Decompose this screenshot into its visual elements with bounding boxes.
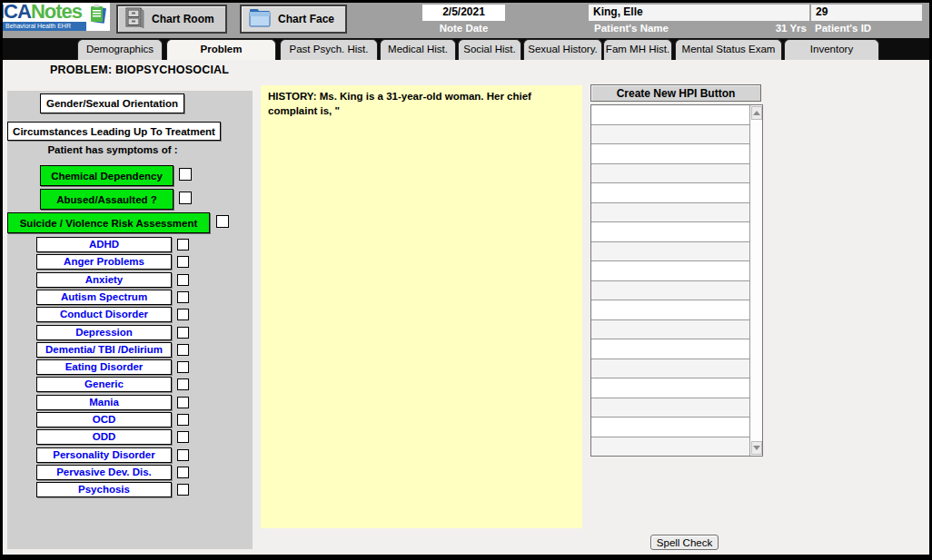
clipboard-icon <box>86 5 108 31</box>
symptom-checkbox[interactable] <box>177 327 189 339</box>
symptom-checkbox[interactable] <box>177 256 189 268</box>
create-new-hpi-button[interactable]: Create New HPI Button <box>590 84 761 102</box>
note-date-field[interactable]: 2/5/2021 <box>422 5 505 21</box>
symptom-button-anxiety[interactable]: Anxiety <box>36 272 172 288</box>
patient-id-field[interactable]: 29 <box>811 5 922 21</box>
symptom-button-personality-disorder[interactable]: Personality Disorder <box>36 447 172 463</box>
symptom-checkbox[interactable] <box>177 449 189 461</box>
hpi-list-row[interactable] <box>591 261 749 281</box>
suicide-violence-risk-checkbox[interactable] <box>216 215 229 228</box>
tab-social-hist[interactable]: Social Hist. <box>458 39 521 60</box>
scroll-up-icon[interactable] <box>751 106 762 120</box>
symptom-row: Mania <box>7 395 253 412</box>
symptom-row: Personality Disorder <box>7 447 253 465</box>
tab-fam-mh-hist[interactable]: Fam MH Hist. <box>603 39 672 60</box>
chart-face-button[interactable]: Chart Face <box>240 5 347 34</box>
hpi-list-row[interactable] <box>591 300 749 320</box>
symptom-button-depression[interactable]: Depression <box>36 325 172 340</box>
hpi-list-row[interactable] <box>591 320 749 340</box>
symptom-row: Anger Problems <box>7 254 253 271</box>
scroll-down-icon[interactable] <box>751 441 762 455</box>
hpi-scrollbar[interactable] <box>749 105 762 456</box>
hpi-list-row[interactable] <box>591 105 749 125</box>
symptom-row: Generic <box>7 377 253 394</box>
symptom-row: ODD <box>7 429 253 447</box>
symptom-row: Dementia/ TBI /Delirium <box>7 342 253 359</box>
history-note-textarea[interactable]: HISTORY: Ms. King is a 31-year-old woman… <box>261 85 582 528</box>
tab-problem[interactable]: Problem <box>166 39 276 60</box>
tab-past-psych-hist[interactable]: Past Psych. Hist. <box>280 39 378 60</box>
sidebar-panel: Gender/Sexual Orientation Circumstances … <box>7 91 253 549</box>
symptom-button-adhd[interactable]: ADHD <box>36 237 172 252</box>
symptom-checkbox[interactable] <box>177 397 189 408</box>
symptom-button-pervasive-dev-dis[interactable]: Pervasive Dev. Dis. <box>36 465 172 480</box>
hpi-list-row[interactable] <box>591 144 749 164</box>
tab-sexual-history[interactable]: Sexual History. <box>523 39 602 60</box>
symptom-row: Anxiety <box>7 272 253 290</box>
hpi-list-row[interactable] <box>591 222 749 242</box>
symptom-checkbox[interactable] <box>177 414 189 426</box>
symptom-checkbox[interactable] <box>177 309 189 320</box>
circumstances-leading-to-treatment-button[interactable]: Circumstances Leading Up To Treatment <box>7 122 221 141</box>
hpi-list-row[interactable] <box>591 418 749 437</box>
gender-sexual-orientation-button[interactable]: Gender/Sexual Orientation <box>40 93 184 113</box>
symptom-checkbox[interactable] <box>177 484 189 496</box>
logo-text-notes: Notes <box>31 3 82 23</box>
app-window: ICANotes Behavioral Health EHR <box>3 3 929 555</box>
top-bar: ICANotes Behavioral Health EHR <box>3 3 929 38</box>
hpi-listbox-rows <box>591 105 749 456</box>
symptom-row: Depression <box>7 325 253 342</box>
tab-demographics[interactable]: Demographics <box>77 39 163 60</box>
symptom-checkbox[interactable] <box>177 378 189 390</box>
hpi-list-row[interactable] <box>591 359 749 379</box>
symptom-row: OCD <box>7 412 253 429</box>
symptom-button-odd[interactable]: ODD <box>36 429 172 445</box>
hpi-list-row[interactable] <box>591 242 749 262</box>
spell-check-button[interactable]: Spell Check <box>650 535 719 550</box>
symptom-button-eating-disorder[interactable]: Eating Disorder <box>36 359 172 375</box>
symptom-checkbox[interactable] <box>177 291 189 303</box>
chemical-dependency-checkbox[interactable] <box>179 168 192 181</box>
hpi-list-row[interactable] <box>591 203 749 223</box>
hpi-list-row[interactable] <box>591 398 749 418</box>
symptom-checkbox[interactable] <box>177 361 189 373</box>
suicide-violence-risk-button[interactable]: Suicide / Violence Risk Assessment <box>7 212 210 233</box>
chart-room-label: Chart Room <box>152 13 214 25</box>
symptom-button-autism-spectrum[interactable]: Autism Spectrum <box>36 290 172 305</box>
abused-assaulted-checkbox[interactable] <box>179 192 192 204</box>
patient-name-field[interactable]: King, Elle <box>589 5 809 21</box>
logo-text-ica: ICA <box>3 3 31 23</box>
note-date-label: Note Date <box>422 23 505 34</box>
symptom-button-mania[interactable]: Mania <box>36 395 172 410</box>
chart-face-label: Chart Face <box>278 13 334 25</box>
symptom-checkbox[interactable] <box>177 239 189 251</box>
hpi-list-row[interactable] <box>591 183 749 203</box>
icanotes-logo: ICANotes Behavioral Health EHR <box>3 3 110 31</box>
symptom-row: ADHD <box>7 237 253 254</box>
abused-assaulted-button[interactable]: Abused/Assaulted ? <box>40 189 174 210</box>
symptom-checkbox[interactable] <box>177 467 189 478</box>
tab-medical-hist[interactable]: Medical Hist. <box>380 39 456 60</box>
hpi-list-row[interactable] <box>591 378 749 398</box>
symptom-checkbox[interactable] <box>177 274 189 286</box>
symptom-button-dementia-tbi-delirium[interactable]: Dementia/ TBI /Delirium <box>36 342 172 358</box>
symptom-button-generic[interactable]: Generic <box>36 377 172 392</box>
symptom-row: Psychosis <box>7 482 253 499</box>
chemical-dependency-button[interactable]: Chemical Dependency <box>40 165 174 186</box>
symptom-checkbox[interactable] <box>177 344 189 356</box>
tab-mental-status-exam[interactable]: Mental Status Exam <box>675 39 782 60</box>
symptom-button-psychosis[interactable]: Psychosis <box>36 482 172 497</box>
symptom-button-conduct-disorder[interactable]: Conduct Disorder <box>36 307 172 322</box>
hpi-list-row[interactable] <box>591 125 749 145</box>
hpi-list-row[interactable] <box>591 339 749 359</box>
hpi-list-row[interactable] <box>591 281 749 301</box>
chart-room-button[interactable]: Chart Room <box>116 5 227 34</box>
symptom-checkbox[interactable] <box>177 431 189 443</box>
symptom-row: Autism Spectrum <box>7 290 253 307</box>
patient-symptoms-label: Patient has symptoms of : <box>7 144 218 155</box>
tab-inventory[interactable]: Inventory <box>784 39 879 60</box>
symptom-button-anger-problems[interactable]: Anger Problems <box>36 254 172 270</box>
hpi-list-row[interactable] <box>591 437 749 457</box>
symptom-button-ocd[interactable]: OCD <box>36 412 172 427</box>
hpi-list-row[interactable] <box>591 164 749 184</box>
